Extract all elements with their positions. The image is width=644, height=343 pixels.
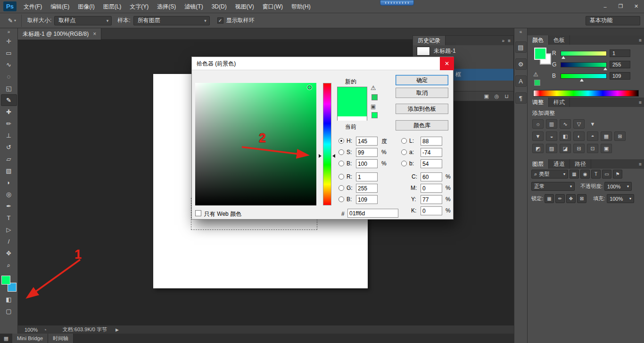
tab-swatches[interactable]: 色板	[549, 35, 570, 45]
workspace-switcher[interactable]: 基本功能	[586, 16, 640, 25]
delete-state-icon[interactable]: ⊔	[504, 93, 509, 99]
red-slider[interactable]	[561, 51, 607, 56]
brush-tool[interactable]: ✏	[1, 118, 17, 130]
crop-tool[interactable]: ◱	[1, 82, 17, 94]
adjustment-brightness-icon[interactable]: ☼	[532, 119, 544, 129]
fill-dropdown[interactable]: 100% ▾	[607, 194, 634, 203]
move-tool[interactable]: ✛	[1, 35, 17, 47]
quick-mask-button[interactable]: ◧	[1, 294, 17, 305]
menu-filter[interactable]: 滤镜(T)	[180, 0, 207, 13]
foreground-color-swatch[interactable]	[1, 276, 10, 285]
collapse-toolbar-icon[interactable]: »	[0, 28, 17, 35]
lab-a-input[interactable]	[421, 148, 442, 157]
web-colors-only-checkbox[interactable]	[195, 210, 201, 216]
lab-l-radio[interactable]	[401, 138, 407, 144]
red-radio[interactable]	[339, 174, 344, 180]
web-safe-color-swatch[interactable]	[372, 112, 378, 118]
hue-radio[interactable]	[339, 138, 344, 144]
path-selection-tool[interactable]: ▷	[1, 224, 17, 236]
panel-menu-icon[interactable]: ≡	[639, 38, 642, 43]
zoom-level[interactable]: 100%	[25, 327, 38, 333]
saturation-brightness-field[interactable]	[195, 83, 316, 205]
adjustment-hue-saturation-icon[interactable]: ◒	[546, 131, 557, 141]
adjustment-curves-icon[interactable]: ∿	[560, 119, 571, 129]
lab-b-radio[interactable]	[401, 161, 407, 166]
menu-layer[interactable]: 图层(L)	[99, 0, 126, 13]
menu-3d[interactable]: 3D(D)	[207, 0, 231, 13]
cancel-button[interactable]: 取消	[396, 88, 448, 98]
menu-type[interactable]: 文字(Y)	[125, 0, 153, 13]
dodge-tool[interactable]: ◎	[1, 188, 17, 200]
healing-brush-tool[interactable]: ✚	[1, 106, 17, 118]
hex-input[interactable]	[347, 209, 398, 218]
dialog-titlebar[interactable]: 拾色器 (前景色) ✕	[192, 57, 454, 70]
adjustment-vibrance-icon[interactable]: ▼	[532, 131, 544, 141]
menu-view[interactable]: 视图(V)	[231, 0, 258, 13]
menu-window[interactable]: 窗口(W)	[258, 0, 287, 13]
clone-stamp-tool[interactable]: ⊥	[1, 130, 17, 141]
adjustment-color-balance-icon[interactable]: ◧	[560, 131, 571, 141]
tab-layers[interactable]: 图层	[528, 159, 549, 169]
filter-toggle-icon[interactable]: ⚑	[613, 170, 622, 179]
adjustment-gradient-map-icon[interactable]: ⊟	[573, 144, 585, 153]
green-slider[interactable]	[561, 62, 607, 67]
hue-input[interactable]	[356, 137, 378, 146]
add-to-swatches-button[interactable]: 添加到色板	[396, 104, 448, 114]
adjustment-black-white-icon[interactable]: ◐	[573, 131, 585, 141]
blue-value[interactable]: 109	[610, 72, 630, 80]
screen-mode-button[interactable]: ▢	[1, 305, 17, 317]
cyan-input[interactable]	[421, 172, 442, 181]
adjustment-threshold-icon[interactable]: ◪	[560, 144, 571, 153]
green-slider-handle[interactable]	[603, 67, 607, 70]
pen-tool[interactable]: ✒	[1, 200, 17, 212]
lock-all-icon[interactable]: ⊠	[577, 194, 586, 203]
ok-button[interactable]: 确定	[396, 75, 448, 85]
blue-slider-handle[interactable]	[580, 79, 584, 82]
shape-tool[interactable]: /	[1, 236, 17, 247]
color-libraries-button[interactable]: 颜色库	[396, 120, 448, 131]
mini-bridge-tab[interactable]: Mini Bridge	[12, 334, 48, 343]
saturation-input[interactable]	[356, 148, 378, 157]
menu-file[interactable]: 文件(F)	[19, 0, 46, 13]
magenta-input[interactable]	[421, 184, 442, 193]
brightness-input[interactable]	[356, 159, 378, 168]
blur-tool[interactable]: ◗	[1, 177, 17, 188]
panel-menu-icon[interactable]: ≡	[639, 100, 642, 105]
adjustment-selective-color-icon[interactable]: ⊡	[587, 144, 598, 153]
expand-panels-icon[interactable]: «	[514, 28, 527, 36]
menu-image[interactable]: 图像(I)	[74, 0, 99, 13]
gamut-safe-swatch[interactable]	[534, 80, 540, 86]
close-button[interactable]: ✕	[628, 1, 644, 12]
red-value[interactable]: 1	[610, 49, 630, 57]
black-input[interactable]	[421, 206, 442, 215]
gamut-warning-icon[interactable]: ⚠	[533, 71, 538, 78]
marquee-tool[interactable]: ▭	[1, 47, 17, 59]
color-field-marker[interactable]	[307, 85, 312, 90]
tool-preset-picker[interactable]: ✎ ▾	[3, 15, 22, 27]
panel-menu-icon[interactable]: ≡	[508, 38, 511, 43]
status-expand-icon[interactable]: ▶	[116, 327, 119, 332]
tab-channels[interactable]: 通道	[549, 159, 570, 169]
info-panel-icon[interactable]: ▤	[515, 41, 527, 53]
restore-button[interactable]: ❐	[613, 1, 628, 12]
filter-shape-layers-icon[interactable]: ▭	[602, 170, 611, 179]
yellow-input[interactable]	[421, 195, 442, 204]
history-state-open[interactable]: 未标题-1	[413, 45, 513, 57]
green-input[interactable]	[356, 184, 378, 193]
adjustment-levels-icon[interactable]: ▥	[546, 119, 557, 129]
properties-panel-icon[interactable]: ⚙	[515, 58, 527, 70]
paragraph-panel-icon[interactable]: ¶	[515, 92, 527, 104]
red-slider-handle[interactable]	[561, 56, 565, 59]
eraser-tool[interactable]: ▱	[1, 153, 17, 165]
filter-type-layers-icon[interactable]: T	[591, 170, 601, 179]
adjustment-exposure-icon[interactable]: ▽	[573, 119, 585, 129]
layer-filter-dropdown[interactable]: ⌕ 类型 ▾	[531, 170, 568, 179]
adjustment-pattern-icon[interactable]: ▣	[601, 144, 612, 153]
web-safe-cube-icon[interactable]: ▣	[371, 103, 376, 110]
type-tool[interactable]: T	[1, 212, 17, 224]
hue-slider-handle-right[interactable]	[332, 154, 335, 158]
tab-history[interactable]: 历史记录	[413, 36, 446, 45]
tab-close-icon[interactable]: ×	[93, 31, 96, 37]
zoom-tool[interactable]: ⌕	[1, 259, 17, 271]
blue-radio[interactable]	[339, 196, 344, 202]
